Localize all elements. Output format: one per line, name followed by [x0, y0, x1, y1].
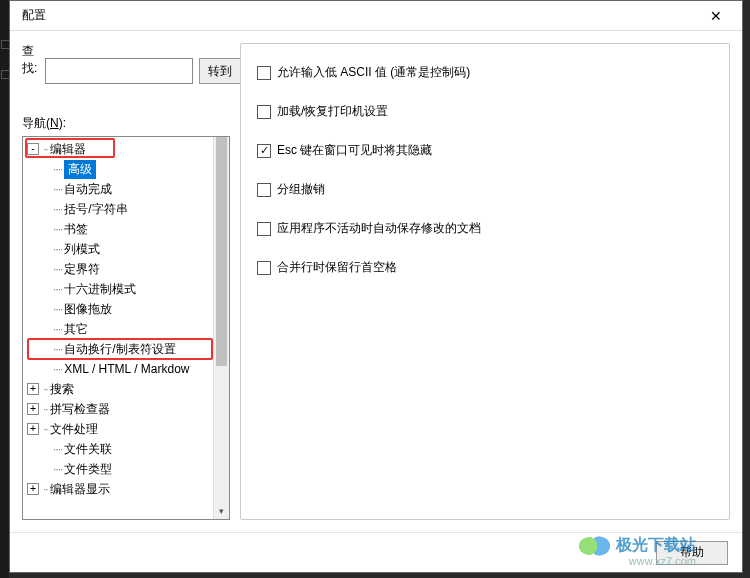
tree-item-label: 拼写检查器	[50, 401, 110, 418]
tree-item-label: 编辑器	[50, 141, 86, 158]
tree-item[interactable]: ····高级	[23, 159, 213, 179]
dialog-body: 查找: 转到 导航(N): -··编辑器····高级····自动完成····括号…	[10, 31, 742, 532]
option-label: 分组撤销	[277, 181, 325, 198]
tree-item-label: 自动完成	[64, 181, 112, 198]
help-button[interactable]: 帮助	[656, 541, 728, 565]
checkbox[interactable]	[257, 222, 271, 236]
tree-item-label: 定界符	[64, 261, 100, 278]
tree-item[interactable]: ····自动换行/制表符设置	[23, 339, 213, 359]
goto-button[interactable]: 转到	[199, 58, 241, 84]
search-row: 查找: 转到	[22, 43, 230, 99]
close-button[interactable]: ✕	[698, 4, 734, 28]
nav-label: 导航(N):	[22, 115, 230, 132]
option-label: 应用程序不活动时自动保存修改的文档	[277, 220, 481, 237]
tree-item[interactable]: ····括号/字符串	[23, 199, 213, 219]
scroll-down-arrow[interactable]: ▾	[214, 503, 229, 519]
tree-item-label: 列模式	[64, 241, 100, 258]
tree-expander-icon[interactable]: +	[27, 483, 39, 495]
tree-item-label: 其它	[64, 321, 88, 338]
search-input[interactable]	[45, 58, 193, 84]
tree-item[interactable]: ····XML / HTML / Markdow	[23, 359, 213, 379]
option-row: Esc 键在窗口可见时将其隐藏	[257, 142, 713, 159]
tree-item-label: 十六进制模式	[64, 281, 136, 298]
nav-tree[interactable]: -··编辑器····高级····自动完成····括号/字符串····书签····…	[23, 137, 213, 519]
tree-item[interactable]: ····列模式	[23, 239, 213, 259]
checkbox[interactable]	[257, 183, 271, 197]
tree-item-label: 文件类型	[64, 461, 112, 478]
option-label: 加载/恢复打印机设置	[277, 103, 388, 120]
options-panel: 允许输入低 ASCII 值 (通常是控制码)加载/恢复打印机设置Esc 键在窗口…	[240, 43, 730, 520]
option-row: 加载/恢复打印机设置	[257, 103, 713, 120]
option-label: Esc 键在窗口可见时将其隐藏	[277, 142, 432, 159]
checkbox[interactable]	[257, 261, 271, 275]
checkbox[interactable]	[257, 144, 271, 158]
tree-item-label: 文件关联	[64, 441, 112, 458]
tree-item[interactable]: ····自动完成	[23, 179, 213, 199]
tree-item-label: 编辑器显示	[50, 481, 110, 498]
tree-item[interactable]: +··文件处理	[23, 419, 213, 439]
option-row: 分组撤销	[257, 181, 713, 198]
tree-item-label: 图像拖放	[64, 301, 112, 318]
tree-expander-icon[interactable]: -	[27, 143, 39, 155]
tree-item-label: XML / HTML / Markdow	[64, 362, 189, 376]
tree-expander-icon[interactable]: +	[27, 383, 39, 395]
tree-item[interactable]: ····图像拖放	[23, 299, 213, 319]
tree-item-label: 自动换行/制表符设置	[64, 341, 175, 358]
left-panel: 查找: 转到 导航(N): -··编辑器····高级····自动完成····括号…	[22, 43, 230, 520]
tree-item[interactable]: ····文件类型	[23, 459, 213, 479]
dialog-title: 配置	[22, 7, 698, 24]
option-label: 合并行时保留行首空格	[277, 259, 397, 276]
tree-expander-icon[interactable]: +	[27, 423, 39, 435]
tree-item-label: 搜索	[50, 381, 74, 398]
tree-item[interactable]: ····文件关联	[23, 439, 213, 459]
config-dialog: 配置 ✕ 查找: 转到 导航(N): -··编辑器····高级····自动完成·…	[9, 0, 743, 573]
nav-tree-container: -··编辑器····高级····自动完成····括号/字符串····书签····…	[22, 136, 230, 520]
checkbox[interactable]	[257, 105, 271, 119]
tree-item-label: 括号/字符串	[64, 201, 127, 218]
option-row: 应用程序不活动时自动保存修改的文档	[257, 220, 713, 237]
option-label: 允许输入低 ASCII 值 (通常是控制码)	[277, 64, 470, 81]
tree-item[interactable]: ····定界符	[23, 259, 213, 279]
tree-item[interactable]: ····书签	[23, 219, 213, 239]
scroll-thumb[interactable]	[216, 137, 227, 366]
tree-expander-icon[interactable]: +	[27, 403, 39, 415]
tree-item[interactable]: ····其它	[23, 319, 213, 339]
option-row: 允许输入低 ASCII 值 (通常是控制码)	[257, 64, 713, 81]
tree-scrollbar[interactable]: ▴ ▾	[213, 137, 229, 519]
option-row: 合并行时保留行首空格	[257, 259, 713, 276]
tree-item[interactable]: ····十六进制模式	[23, 279, 213, 299]
tree-item[interactable]: +··搜索	[23, 379, 213, 399]
tree-item-label: 文件处理	[50, 421, 98, 438]
tree-item-label: 书签	[64, 221, 88, 238]
checkbox[interactable]	[257, 66, 271, 80]
app-background-sidebar	[0, 0, 9, 578]
tree-item[interactable]: -··编辑器	[23, 139, 213, 159]
titlebar: 配置 ✕	[10, 1, 742, 31]
tree-item[interactable]: +··拼写检查器	[23, 399, 213, 419]
tree-item[interactable]: +··编辑器显示	[23, 479, 213, 499]
dialog-footer: 帮助	[10, 532, 742, 572]
tree-item-label: 高级	[64, 160, 96, 179]
search-label: 查找:	[22, 43, 37, 99]
